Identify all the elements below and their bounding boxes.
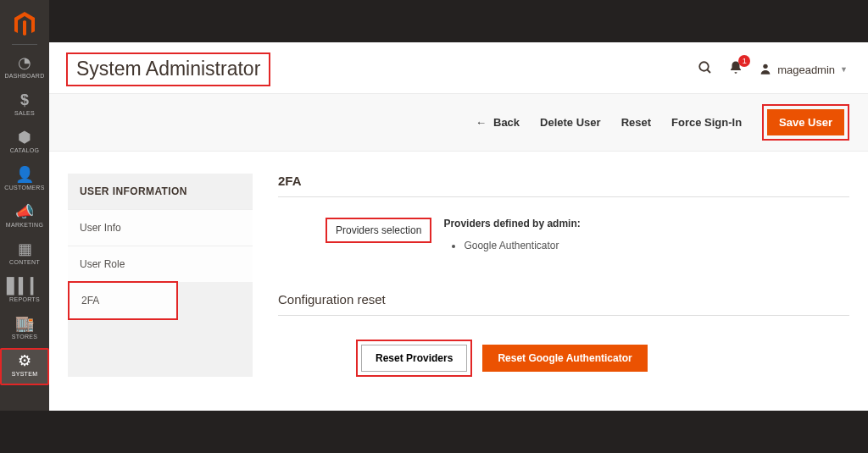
section-2fa-title: 2FA: [278, 174, 849, 197]
person-icon: 👤: [0, 167, 49, 182]
nav-catalog[interactable]: ⬢ CATALOG: [0, 124, 49, 162]
reset-providers-button[interactable]: Reset Providers: [361, 345, 467, 372]
dollar-icon: $: [0, 92, 49, 108]
providers-selection-label-wrap: Providers selection: [326, 218, 431, 243]
tab-user-role[interactable]: User Role: [68, 246, 253, 282]
page-header: System Administrator 1 mageadmin ▼: [49, 42, 868, 94]
gear-icon: ⚙: [2, 353, 47, 368]
delete-user-button[interactable]: Delete User: [540, 116, 601, 129]
nav-content[interactable]: ▦ CONTENT: [0, 236, 49, 273]
reset-google-authenticator-button[interactable]: Reset Google Authenticator: [482, 345, 647, 372]
search-icon[interactable]: [698, 60, 713, 80]
username-label: mageadmin: [777, 64, 835, 76]
tab-2fa[interactable]: 2FA: [68, 281, 178, 320]
providers-list: Google Authenticator: [464, 240, 580, 251]
action-bar: ← Back Delete User Reset Force Sign-In S…: [49, 94, 868, 152]
page-title: System Administrator: [66, 52, 270, 86]
notifications-icon[interactable]: 1: [728, 60, 743, 80]
back-button[interactable]: ← Back: [476, 116, 520, 129]
box-icon: ⬢: [0, 130, 49, 145]
svg-point-2: [763, 64, 767, 68]
nav-dashboard[interactable]: ◔ DASHBOARD: [0, 50, 49, 87]
dashboard-icon: ◔: [0, 55, 49, 70]
nav-reports[interactable]: ▋▍▎ REPORTS: [0, 273, 49, 311]
svg-line-1: [707, 69, 710, 73]
user-menu[interactable]: mageadmin ▼: [759, 62, 848, 78]
chart-icon: ▋▍▎: [0, 279, 49, 294]
nav-marketing[interactable]: 📣 MARKETING: [0, 199, 49, 236]
megaphone-icon: 📣: [0, 204, 49, 219]
reset-button[interactable]: Reset: [621, 116, 651, 129]
magento-logo-icon[interactable]: [14, 12, 36, 37]
layout-icon: ▦: [0, 241, 49, 257]
store-icon: 🏬: [0, 316, 49, 331]
caret-down-icon: ▼: [840, 65, 848, 74]
section-config-reset-title: Configuration reset: [278, 292, 849, 316]
provider-item: Google Authenticator: [464, 240, 580, 251]
notification-badge: 1: [738, 55, 750, 67]
admin-sidebar: ◔ DASHBOARD $ SALES ⬢ CATALOG 👤 CUSTOMER…: [0, 0, 49, 411]
arrow-left-icon: ←: [476, 116, 487, 129]
svg-point-0: [699, 62, 709, 71]
user-info-title: USER INFORMATION: [68, 174, 253, 209]
providers-selection-label: Providers selection: [336, 224, 421, 236]
user-info-tabs: USER INFORMATION User Info User Role 2FA: [68, 174, 253, 377]
nav-sales[interactable]: $ SALES: [0, 87, 49, 124]
save-user-button[interactable]: Save User: [767, 109, 844, 135]
tab-user-info[interactable]: User Info: [68, 209, 253, 246]
user-icon: [759, 62, 772, 78]
providers-defined-label: Providers defined by admin:: [443, 218, 580, 229]
nav-system[interactable]: ⚙ SYSTEM: [0, 348, 49, 385]
nav-customers[interactable]: 👤 CUSTOMERS: [0, 162, 49, 199]
nav-stores[interactable]: 🏬 STORES: [0, 311, 49, 348]
force-signin-button[interactable]: Force Sign-In: [671, 116, 742, 129]
